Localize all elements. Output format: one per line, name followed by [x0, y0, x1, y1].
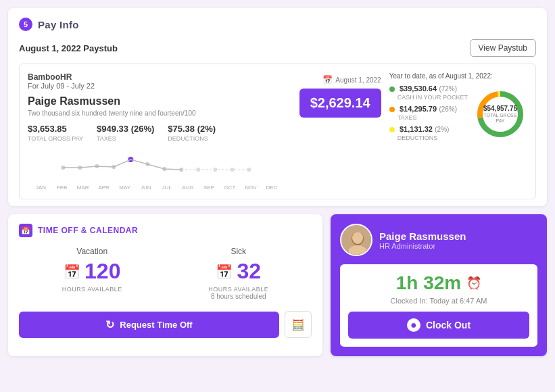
sick-scheduled: 8 hours scheduled	[208, 293, 268, 300]
month-may: MAY	[114, 185, 135, 191]
ytd-deductions-item: $1,131.32 (2%) DEDUCTIONS	[389, 124, 468, 141]
clock-time-row: 1h 32m ⏰	[348, 272, 529, 294]
paystub-date-label: August 1, 2022 Paystub	[19, 43, 118, 53]
ytd-cash-value: $39,530.64	[400, 84, 437, 93]
sick-available: HOURS AVAILABLE	[208, 286, 268, 293]
pay-chart	[28, 147, 285, 181]
ytd-deductions-pct: (2%)	[435, 126, 449, 133]
pay-info-title: Pay Info	[38, 19, 79, 30]
clock-out-icon: ●	[407, 318, 420, 332]
deductions-value: $75.38 (2%)	[168, 124, 216, 134]
ytd-deductions-label: DEDUCTIONS	[389, 134, 468, 141]
paystub-person-name: Paige Rasmussen	[28, 95, 285, 107]
paystub-card: BambooHR For July 09 - July 22 Paige Ras…	[19, 64, 536, 199]
paystub-right: Year to date, as of August 1, 2022: $39,…	[389, 72, 527, 191]
gross-pay-item: $3,653.85 TOTAL GROSS PAY	[28, 124, 83, 142]
sick-label: Sick	[208, 247, 268, 256]
section-badge: 5	[19, 18, 32, 31]
month-apr: APR	[93, 185, 114, 191]
ytd-taxes-dot	[389, 107, 395, 112]
clock-avatar	[340, 224, 372, 256]
taxes-label: TAXES	[97, 135, 154, 142]
ytd-title: Year to date, as of August 1, 2022:	[389, 72, 527, 80]
clock-user-info: Paige Rasmussen HR Administrator	[379, 230, 466, 250]
vacation-hours: 120	[85, 259, 120, 284]
gross-pay-value: $3,653.85	[28, 124, 83, 134]
calculator-button[interactable]: 🧮	[285, 311, 312, 338]
ytd-total-label: TOTAL GROSS PAY	[483, 113, 517, 124]
refresh-icon: ↻	[105, 318, 114, 331]
pay-info-header: 5 Pay Info	[19, 18, 536, 31]
ytd-cash-dot	[389, 87, 395, 92]
paystub-left: BambooHR For July 09 - July 22 Paige Ras…	[28, 72, 285, 191]
bottom-row: 📅 TIME OFF & CALENDAR Vacation 📅 120 HOU…	[8, 214, 547, 356]
clock-user-row: Paige Rasmussen HR Administrator	[340, 224, 537, 256]
ytd-taxes-pct: (26%)	[439, 105, 457, 113]
view-paystub-button[interactable]: View Paystub	[470, 39, 537, 57]
time-off-section: 📅 TIME OFF & CALENDAR Vacation 📅 120 HOU…	[8, 214, 322, 356]
chart-months: JAN FEB MAR APR MAY JUN JUL AUG SEP OCT …	[28, 185, 285, 191]
month-aug: AUG	[177, 185, 198, 191]
svg-point-19	[352, 232, 363, 244]
paystub-company: BambooHR For July 09 - July 22	[28, 72, 285, 90]
paystub-amount-words: Two thousand six hundred twenty nine and…	[28, 109, 285, 117]
paystub-amounts: $3,653.85 TOTAL GROSS PAY $949.33 (26%) …	[28, 124, 285, 142]
ytd-taxes-value: $14,295.79	[400, 105, 437, 113]
month-mar: MAR	[72, 185, 93, 191]
paystub-center-col: 📅 August 1, 2022 $2,629.14	[293, 72, 381, 191]
calculator-icon: 🧮	[291, 318, 305, 331]
vacation-hours-row: 📅 120	[62, 259, 122, 284]
calendar-icon: 📅	[19, 224, 32, 237]
vacation-item: Vacation 📅 120 HOURS AVAILABLE	[62, 247, 122, 300]
request-time-off-button[interactable]: ↻ Request Time Off	[19, 312, 279, 338]
avatar-svg	[341, 225, 372, 256]
donut-chart: $54,957.75 TOTAL GROSS PAY	[473, 87, 527, 141]
hours-row: Vacation 📅 120 HOURS AVAILABLE Sick 📅 32…	[19, 247, 312, 300]
company-name: BambooHR	[28, 72, 72, 82]
ytd-cash-label: CASH IN YOUR POCKET	[389, 94, 468, 101]
deductions-item: $75.38 (2%) DEDUCTIONS	[168, 124, 216, 142]
paystub-header-row: August 1, 2022 Paystub View Paystub	[19, 39, 536, 57]
donut-center: $54,957.75 TOTAL GROSS PAY	[483, 105, 517, 124]
clock-out-label: Clock Out	[426, 320, 470, 330]
sick-hours: 32	[237, 259, 261, 284]
clock-alarm-icon: ⏰	[466, 276, 481, 291]
month-jul: JUL	[156, 185, 177, 191]
clock-inner: 1h 32m ⏰ Clocked In: Today at 6:47 AM ● …	[340, 264, 537, 347]
pay-info-section: 5 Pay Info August 1, 2022 Paystub View P…	[8, 8, 547, 206]
ytd-deductions-dot	[389, 127, 395, 132]
sick-hours-row: 📅 32	[208, 259, 268, 284]
request-time-off-label: Request Time Off	[120, 320, 192, 330]
month-feb: FEB	[51, 185, 72, 191]
gross-pay-label: TOTAL GROSS PAY	[28, 135, 83, 142]
clock-in-text: Clocked In: Today at 6:47 AM	[348, 297, 529, 305]
time-off-header: 📅 TIME OFF & CALENDAR	[19, 224, 312, 237]
clock-elapsed-time: 1h 32m	[396, 272, 462, 294]
time-off-actions: ↻ Request Time Off 🧮	[19, 311, 312, 338]
month-oct: OCT	[219, 185, 240, 191]
ytd-taxes-label: TAXES	[389, 114, 468, 121]
ytd-rows: $39,530.64 (72%) CASH IN YOUR POCKET $14…	[389, 84, 527, 145]
vacation-icon: 📅	[64, 264, 80, 280]
month-jun: JUN	[135, 185, 156, 191]
paystub-date-display: August 1, 2022	[335, 76, 381, 84]
clock-out-button[interactable]: ● Clock Out	[348, 312, 529, 339]
ytd-deductions-value: $1,131.32	[400, 125, 433, 133]
time-off-title: TIME OFF & CALENDAR	[38, 226, 138, 235]
paystub-date-right: 📅 August 1, 2022	[322, 75, 381, 84]
clock-user-role: HR Administrator	[379, 242, 466, 250]
ytd-total-value: $54,957.75	[483, 105, 517, 113]
chart-area: JAN FEB MAR APR MAY JUN JUL AUG SEP OCT …	[28, 147, 285, 191]
vacation-available: HOURS AVAILABLE	[62, 286, 122, 293]
sick-item: Sick 📅 32 HOURS AVAILABLE 8 hours schedu…	[208, 247, 268, 300]
taxes-item: $949.33 (26%) TAXES	[97, 124, 154, 142]
ytd-cash-item: $39,530.64 (72%) CASH IN YOUR POCKET	[389, 84, 468, 101]
month-jan: JAN	[30, 185, 51, 191]
month-nov: NOV	[240, 185, 261, 191]
deductions-label: DEDUCTIONS	[168, 135, 216, 142]
vacation-label: Vacation	[62, 247, 122, 256]
sick-icon: 📅	[216, 264, 233, 280]
company-period: For July 09 - July 22	[28, 82, 95, 90]
ytd-taxes-item: $14,295.79 (26%) TAXES	[389, 104, 468, 121]
month-dec: DEC	[262, 185, 283, 191]
